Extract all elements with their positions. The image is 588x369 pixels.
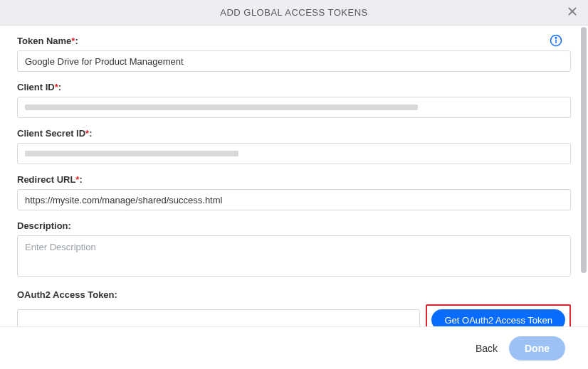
- oauth-token-group: OAuth2 Access Token: Get OAuth2 Access T…: [17, 288, 571, 326]
- scrollbar[interactable]: [581, 27, 587, 273]
- info-icon: [550, 34, 562, 47]
- modal-header: ADD GLOBAL ACCESS TOKENS: [0, 0, 588, 26]
- scrollbar-thumb[interactable]: [581, 27, 587, 273]
- done-button[interactable]: Done: [509, 336, 565, 360]
- modal-title: ADD GLOBAL ACCESS TOKENS: [220, 7, 368, 18]
- back-button[interactable]: Back: [476, 343, 498, 354]
- redirect-url-label: Redirect URL*:: [17, 174, 83, 185]
- description-label: Description:: [17, 220, 71, 231]
- client-id-input[interactable]: [17, 97, 571, 118]
- svg-point-4: [555, 38, 557, 39]
- redirect-url-input[interactable]: [17, 189, 571, 210]
- oauth-token-label: OAuth2 Access Token:: [17, 289, 117, 300]
- description-group: Description:: [17, 219, 571, 279]
- token-name-input[interactable]: [17, 50, 571, 72]
- token-name-group: Token Name*:: [17, 34, 571, 72]
- add-global-access-tokens-modal: ADD GLOBAL ACCESS TOKENS Token Name*: Cl…: [0, 0, 588, 369]
- get-oauth-token-button[interactable]: Get OAuth2 Access Token: [431, 309, 565, 326]
- description-textarea[interactable]: [17, 235, 571, 277]
- client-secret-input[interactable]: [17, 143, 571, 164]
- token-name-label: Token Name*:: [17, 36, 78, 46]
- oauth-row: Get OAuth2 Access Token: [17, 304, 571, 326]
- client-id-group: Client ID*:: [17, 80, 571, 118]
- oauth-token-input[interactable]: [17, 309, 420, 326]
- redacted-content: [25, 151, 238, 156]
- close-button[interactable]: [564, 4, 581, 21]
- client-id-label: Client ID*:: [17, 82, 61, 92]
- oauth-button-highlight: Get OAuth2 Access Token: [426, 304, 571, 326]
- close-icon: [567, 6, 578, 20]
- client-secret-group: Client Secret ID*:: [17, 127, 571, 164]
- redacted-content: [25, 105, 418, 110]
- client-secret-label: Client Secret ID*:: [17, 128, 93, 139]
- redirect-url-group: Redirect URL*:: [17, 173, 571, 210]
- modal-body: Token Name*: Client ID*: Client Secret I…: [0, 26, 588, 326]
- modal-footer: Back Done: [0, 326, 588, 369]
- info-icon-wrap[interactable]: [550, 34, 562, 50]
